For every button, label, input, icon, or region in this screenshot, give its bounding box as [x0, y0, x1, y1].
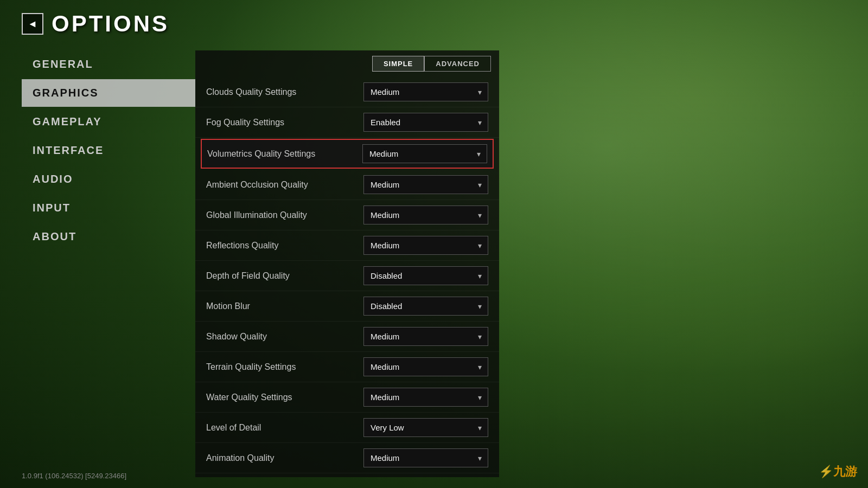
setting-label-reflections: Reflections Quality [206, 241, 363, 251]
setting-dropdown-animation[interactable]: Very LowLowMediumHighVery High [363, 448, 488, 467]
setting-dropdown-fog[interactable]: DisabledEnabled [363, 113, 488, 132]
setting-label-water: Water Quality Settings [206, 393, 363, 402]
setting-dropdown-ambient-occlusion[interactable]: Very LowLowMediumHighVery High [363, 175, 488, 194]
sidebar-item-gameplay[interactable]: GAMEPLAY [22, 108, 195, 136]
setting-row-animation: Animation QualityVery LowLowMediumHighVe… [195, 443, 499, 473]
setting-row-level-of-detail: Level of DetailVery LowLowMediumHighVery… [195, 413, 499, 443]
settings-list: Clouds Quality SettingsVery LowLowMedium… [195, 74, 499, 476]
setting-row-fog: Fog Quality SettingsDisabledEnabled [195, 107, 499, 138]
tab-simple[interactable]: SIMPLE [372, 56, 424, 72]
setting-dropdown-volumetrics[interactable]: Very LowLowMediumHighVery High [362, 144, 487, 163]
setting-row-motion-blur: Motion BlurDisabledLowMediumHigh [195, 291, 499, 322]
setting-dropdown-shadow[interactable]: Very LowLowMediumHighVery High [363, 327, 488, 346]
setting-label-shadow: Shadow Quality [206, 332, 363, 342]
sidebar-item-interface[interactable]: INTERFACE [22, 137, 195, 164]
setting-label-motion-blur: Motion Blur [206, 301, 363, 311]
version-text: 1.0.9f1 (106.24532) [5249.23466] [22, 472, 126, 480]
setting-row-global-illumination: Global Illumination QualityVery LowLowMe… [195, 200, 499, 230]
sidebar-item-about[interactable]: ABOUT [22, 223, 195, 251]
page-title: OPTIONS [52, 11, 169, 37]
settings-panel: SIMPLE ADVANCED Clouds Quality SettingsV… [195, 50, 499, 477]
setting-dropdown-terrain[interactable]: Very LowLowMediumHighVery High [363, 357, 488, 376]
tab-advanced[interactable]: ADVANCED [424, 56, 491, 72]
page-header: ◄ OPTIONS [22, 11, 846, 37]
setting-label-level-of-detail: Level of Detail [206, 423, 363, 433]
setting-row-ambient-occlusion: Ambient Occlusion QualityVery LowLowMedi… [195, 170, 499, 200]
setting-label-animation: Animation Quality [206, 453, 363, 463]
content-area: GENERALGRAPHICSGAMEPLAYINTERFACEAUDIOINP… [22, 50, 846, 477]
setting-dropdown-water[interactable]: Very LowLowMediumHighVery High [363, 388, 488, 407]
setting-row-terrain: Terrain Quality SettingsVery LowLowMediu… [195, 352, 499, 382]
setting-row-water: Water Quality SettingsVery LowLowMediumH… [195, 382, 499, 413]
sidebar-item-general[interactable]: GENERAL [22, 50, 195, 78]
setting-row-volumetrics: Volumetrics Quality SettingsVery LowLowM… [201, 139, 494, 169]
back-button[interactable]: ◄ [22, 13, 43, 35]
setting-dropdown-global-illumination[interactable]: Very LowLowMediumHighVery High [363, 206, 488, 224]
sidebar: GENERALGRAPHICSGAMEPLAYINTERFACEAUDIOINP… [22, 50, 195, 477]
setting-label-clouds: Clouds Quality Settings [206, 87, 363, 97]
sidebar-item-input[interactable]: INPUT [22, 194, 195, 222]
setting-label-global-illumination: Global Illumination Quality [206, 210, 363, 220]
setting-row-shadow: Shadow QualityVery LowLowMediumHighVery … [195, 322, 499, 352]
setting-label-fog: Fog Quality Settings [206, 118, 363, 127]
setting-dropdown-clouds[interactable]: Very LowLowMediumHighVery High [363, 82, 488, 101]
tab-row: SIMPLE ADVANCED [195, 50, 499, 74]
sidebar-item-audio[interactable]: AUDIO [22, 165, 195, 193]
sidebar-item-graphics[interactable]: GRAPHICS [22, 79, 195, 107]
setting-row-reflections: Reflections QualityVery LowLowMediumHigh… [195, 230, 499, 261]
setting-row-clouds: Clouds Quality SettingsVery LowLowMedium… [195, 77, 499, 107]
setting-row-depth-of-field: Depth of Field QualityDisabledLowMediumH… [195, 261, 499, 291]
setting-label-ambient-occlusion: Ambient Occlusion Quality [206, 180, 363, 190]
setting-dropdown-motion-blur[interactable]: DisabledLowMediumHigh [363, 297, 488, 316]
setting-dropdown-level-of-detail[interactable]: Very LowLowMediumHighVery High [363, 418, 488, 437]
watermark: ⚡九游 [819, 464, 857, 480]
setting-label-terrain: Terrain Quality Settings [206, 362, 363, 372]
setting-label-depth-of-field: Depth of Field Quality [206, 271, 363, 281]
setting-dropdown-depth-of-field[interactable]: DisabledLowMediumHigh [363, 266, 488, 285]
setting-dropdown-reflections[interactable]: Very LowLowMediumHighVery High [363, 236, 488, 255]
setting-label-volumetrics: Volumetrics Quality Settings [207, 149, 362, 159]
